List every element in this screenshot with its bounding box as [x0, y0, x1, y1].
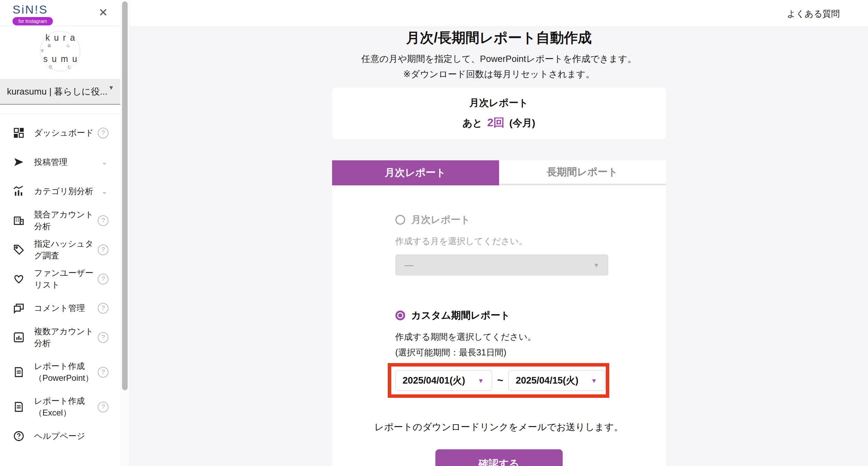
help-icon[interactable]: ? — [98, 128, 108, 138]
sidebar-item-help-page[interactable]: ヘルプページ — [0, 421, 120, 451]
avatar-text-line: 住 む — [42, 64, 78, 70]
chevron-down-icon: ▼ — [478, 377, 484, 385]
sidebar-item-report-excel[interactable]: レポート作成（Excel） ? — [0, 392, 120, 421]
sinis-logo-text: SiN!S — [13, 3, 53, 16]
quota-remaining: あと 2回 (今月) — [463, 115, 535, 130]
sidebar-item-label: 投稿管理 — [34, 156, 102, 168]
help-icon[interactable]: ? — [98, 303, 108, 314]
sidebar: SiN!S for Instagram ✕ kura 暮 ら す sumu 住 … — [0, 0, 120, 466]
sidebar-item-label: カテゴリ別分析 — [34, 185, 102, 197]
help-icon[interactable]: ? — [98, 402, 108, 412]
help-circle-icon — [13, 430, 25, 442]
chevron-down-icon: ⌄ — [102, 158, 108, 166]
close-icon[interactable]: ✕ — [98, 6, 108, 19]
page-subtitle-1: 任意の月や期間を指定して、PowerPointレポートを作成できます。 — [130, 53, 868, 65]
help-icon[interactable]: ? — [98, 274, 108, 284]
sidebar-item-comment-management[interactable]: コメント管理 ? — [0, 294, 120, 323]
heart-icon — [13, 273, 25, 285]
sidebar-item-label: 競合アカウント分析 — [34, 209, 98, 232]
month-select-value: — — [405, 260, 414, 271]
report-form-panel: 月次レポート 作成する月を選択してください。 — ▼ カスタム期間レポート — [332, 185, 666, 466]
monthly-helper-text: 作成する月を選択してください。 — [395, 235, 608, 247]
start-date-select[interactable]: 2025/04/01(火) ▼ — [395, 370, 492, 391]
tag-icon — [13, 243, 25, 256]
custom-period-radio-label: カスタム期間レポート — [411, 309, 511, 322]
sidebar-item-category-analysis[interactable]: カテゴリ別分析 ⌄ — [0, 177, 120, 206]
app-screen: SiN!S for Instagram ✕ kura 暮 ら す sumu 住 … — [0, 0, 868, 466]
chevron-down-icon: ⌄ — [102, 187, 108, 195]
main-area: よくある質問 月次/長期間レポート自動作成 任意の月や期間を指定して、Power… — [130, 0, 868, 466]
sidebar-item-label: ヘルプページ — [34, 430, 108, 442]
sidebar-item-competitor-analysis[interactable]: 競合アカウント分析 ? — [0, 206, 120, 235]
quota-card-title: 月次レポート — [469, 96, 529, 110]
chart-icon — [13, 185, 25, 198]
quota-suffix: (今月) — [509, 118, 536, 128]
help-icon[interactable]: ? — [98, 367, 108, 378]
month-select[interactable]: — ▼ — [395, 255, 608, 275]
document-icon — [13, 401, 25, 413]
confirm-button[interactable]: 確認する — [435, 449, 563, 466]
mail-note: レポートのダウンロードリンクをメールでお送りします。 — [332, 421, 666, 433]
avatar-text-line: 暮 ら す — [40, 43, 80, 54]
avatar-text-line: kura — [41, 33, 79, 43]
sinis-logo: SiN!S for Instagram — [13, 3, 53, 25]
bar-chart-box-icon — [13, 331, 25, 344]
page-subtitle-2: ※ダウンロード回数は毎月リセットされます。 — [130, 68, 868, 80]
account-selector-value: kurasumu | 暮らしに役... — [7, 86, 107, 98]
date-range-highlight-box: 2025/04/01(火) ▼ ~ 2025/04/15(火) ▼ — [388, 363, 609, 398]
sidebar-nav: ダッシュボード ? 投稿管理 ⌄ — [0, 118, 120, 451]
sidebar-item-report-powerpoint[interactable]: レポート作成（PowerPoint） ? — [0, 352, 120, 392]
sidebar-item-fan-user-list[interactable]: ファンユーザーリスト ? — [0, 264, 120, 294]
chat-icon — [13, 302, 25, 314]
sidebar-item-label: ファンユーザーリスト — [34, 267, 98, 291]
send-icon — [13, 156, 25, 168]
monthly-quota-card: 月次レポート あと 2回 (今月) — [332, 88, 666, 139]
sidebar-item-label: コメント管理 — [34, 302, 98, 314]
topbar: よくある質問 — [130, 0, 868, 26]
help-icon[interactable]: ? — [98, 215, 108, 226]
end-date-select[interactable]: 2025/04/15(火) ▼ — [508, 370, 605, 391]
faq-link[interactable]: よくある質問 — [787, 8, 840, 19]
sidebar-item-label: 指定ハッシュタグ調査 — [34, 238, 98, 262]
report-tabs: 月次レポート 長期間レポート — [332, 160, 666, 185]
scrollbar-thumb[interactable] — [122, 1, 128, 390]
account-selector[interactable]: kurasumu | 暮らしに役... ▼ — [0, 79, 120, 105]
avatar-text-line: sumu — [39, 54, 81, 64]
date-range-separator: ~ — [497, 375, 504, 386]
custom-period-radio-row[interactable]: カスタム期間レポート — [395, 309, 608, 322]
monthly-report-radio-label: 月次レポート — [411, 213, 471, 226]
help-icon[interactable]: ? — [98, 332, 108, 343]
tab-longterm-report[interactable]: 長期間レポート — [499, 160, 666, 185]
content-area: 月次/長期間レポート自動作成 任意の月や期間を指定して、PowerPointレポ… — [130, 26, 868, 466]
account-avatar: kura 暮 ら す sumu 住 む — [40, 31, 80, 71]
sidebar-item-label: 複数アカウント分析 — [34, 326, 98, 349]
sidebar-item-hashtag-research[interactable]: 指定ハッシュタグ調査 ? — [0, 235, 120, 264]
sidebar-item-post-management[interactable]: 投稿管理 ⌄ — [0, 147, 120, 177]
sidebar-header: SiN!S for Instagram ✕ — [0, 0, 120, 26]
building-icon — [13, 214, 25, 227]
tab-monthly-report[interactable]: 月次レポート — [332, 160, 499, 185]
quota-prefix: あと — [463, 118, 482, 128]
sidebar-item-label: レポート作成（Excel） — [34, 395, 98, 419]
sidebar-item-dashboard[interactable]: ダッシュボード ? — [0, 118, 120, 147]
radio-unselected-icon[interactable] — [395, 215, 405, 225]
custom-period-limit-text: (選択可能期間：最長31日間) — [395, 347, 608, 358]
sidebar-item-multi-account-analysis[interactable]: 複数アカウント分析 ? — [0, 323, 120, 352]
document-icon — [13, 366, 25, 378]
sidebar-scrollbar[interactable] — [120, 0, 130, 466]
monthly-report-radio-row[interactable]: 月次レポート — [395, 213, 608, 226]
sidebar-divider — [0, 114, 120, 114]
sinis-logo-subtitle: for Instagram — [13, 17, 53, 25]
radio-selected-icon[interactable] — [395, 311, 405, 320]
sidebar-item-label: ダッシュボード — [34, 127, 98, 139]
chevron-down-icon: ▼ — [108, 85, 114, 91]
dashboard-icon — [13, 127, 25, 139]
page-title: 月次/長期間レポート自動作成 — [130, 28, 868, 47]
sidebar-item-label: レポート作成（PowerPoint） — [34, 360, 98, 384]
chevron-down-icon: ▼ — [591, 377, 597, 385]
start-date-value: 2025/04/01(火) — [403, 374, 465, 387]
help-icon[interactable]: ? — [98, 244, 108, 255]
end-date-value: 2025/04/15(火) — [516, 374, 578, 387]
custom-period-helper-text: 作成する期間を選択してください。 — [395, 331, 608, 343]
chevron-down-icon: ▼ — [593, 262, 600, 269]
